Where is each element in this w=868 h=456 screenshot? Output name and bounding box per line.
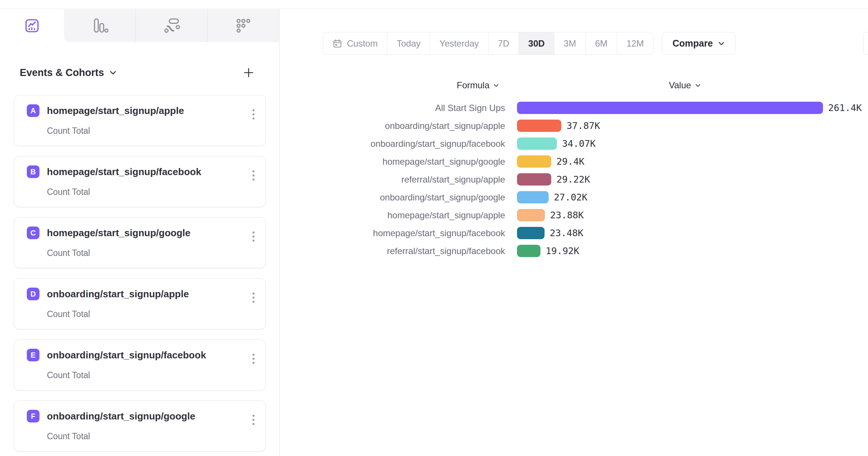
chart-row: referral/start_signup/apple29.22K [280, 173, 862, 186]
controls-row: CustomTodayYesterday7D30D3M6M12M Compare [323, 32, 735, 55]
partial-right-button[interactable] [863, 32, 868, 55]
event-card-list: Ahomepage/start_signup/appleCount TotalB… [14, 95, 266, 452]
chart-bar-value: 23.88K [550, 210, 584, 221]
event-letter-badge: C [27, 227, 39, 239]
chart-bar[interactable] [517, 120, 561, 132]
date-range-label: 7D [498, 38, 510, 49]
chart-row: homepage/start_signup/apple23.88K [280, 209, 862, 221]
tab-insights[interactable] [0, 9, 64, 42]
date-range-selector: CustomTodayYesterday7D30D3M6M12M [323, 32, 654, 55]
chart-row: homepage/start_signup/facebook23.48K [280, 227, 862, 239]
event-metric[interactable]: Count Total [47, 370, 265, 380]
event-metric[interactable]: Count Total [47, 431, 265, 441]
kebab-menu-icon [252, 170, 255, 183]
kebab-menu-icon [252, 231, 255, 244]
event-letter-badge: B [27, 165, 39, 178]
date-range-7d[interactable]: 7D [488, 32, 519, 54]
event-name: homepage/start_signup/facebook [47, 166, 201, 178]
event-metric[interactable]: Count Total [47, 126, 265, 136]
event-card-header: Donboarding/start_signup/apple [27, 288, 265, 300]
events-cohorts-title: Events & Cohorts [20, 67, 104, 79]
chart-bar[interactable] [517, 173, 551, 186]
event-card-header: Eonboarding/start_signup/facebook [27, 349, 265, 361]
date-range-12m[interactable]: 12M [617, 32, 653, 54]
chart-bar[interactable] [517, 227, 545, 239]
date-range-30d[interactable]: 30D [518, 32, 554, 54]
value-column-dropdown[interactable]: Value [669, 80, 701, 91]
chart-bar-value: 27.02K [554, 192, 587, 203]
chart-bar-value: 261.4K [828, 102, 862, 113]
event-options-button[interactable] [250, 168, 257, 185]
event-options-button[interactable] [250, 412, 257, 429]
chart-row: referral/start_signup/facebook19.92K [280, 245, 862, 257]
compare-label: Compare [673, 38, 713, 49]
event-name: homepage/start_signup/apple [47, 105, 184, 117]
event-card-header: Ahomepage/start_signup/apple [27, 104, 265, 117]
chart-row-label: referral/start_signup/facebook [280, 245, 505, 257]
chart-row: All Start Sign Ups261.4K [280, 102, 862, 114]
tab-retention[interactable] [207, 9, 279, 42]
event-options-button[interactable] [250, 290, 257, 307]
chart-row: onboarding/start_signup/facebook34.07K [280, 137, 862, 150]
chevron-down-icon [109, 70, 117, 75]
event-letter-badge: E [27, 349, 39, 361]
event-name: onboarding/start_signup/google [47, 411, 195, 422]
event-metric[interactable]: Count Total [47, 187, 265, 197]
chart-rows: All Start Sign Ups261.4Konboarding/start… [280, 102, 862, 263]
event-metric[interactable]: Count Total [47, 248, 265, 258]
formula-column-dropdown[interactable]: Formula [280, 80, 505, 91]
event-card-header: Fonboarding/start_signup/google [27, 410, 265, 422]
date-range-label: 30D [528, 38, 545, 49]
chevron-down-icon [695, 83, 701, 88]
date-range-3m[interactable]: 3M [554, 32, 585, 54]
date-range-label: Today [397, 38, 421, 49]
kebab-menu-icon [252, 292, 255, 305]
event-letter-badge: F [27, 410, 39, 422]
date-range-custom[interactable]: Custom [323, 32, 387, 54]
formula-column-label: Formula [457, 80, 489, 91]
chart-bar[interactable] [517, 102, 823, 114]
event-options-button[interactable] [250, 351, 257, 368]
main-panel: CustomTodayYesterday7D30D3M6M12M Compare… [280, 9, 868, 456]
chart-bar-wrap: 27.02K [517, 191, 587, 203]
retention-icon [235, 17, 252, 34]
chart-bar[interactable] [517, 209, 545, 221]
date-range-label: Custom [347, 38, 378, 49]
date-range-label: 6M [595, 38, 607, 49]
value-column-label: Value [669, 80, 691, 91]
chart-bar[interactable] [517, 245, 540, 257]
top-strip [0, 0, 868, 9]
chart-bar[interactable] [517, 155, 551, 168]
date-range-6m[interactable]: 6M [585, 32, 617, 54]
chart-row-label: onboarding/start_signup/google [280, 191, 505, 203]
tab-flows[interactable] [135, 9, 207, 42]
flows-icon [163, 17, 180, 34]
event-options-button[interactable] [250, 229, 257, 246]
chevron-down-icon [718, 41, 725, 46]
add-event-button[interactable] [242, 66, 255, 79]
event-letter-badge: D [27, 288, 39, 300]
chart-bar[interactable] [517, 137, 557, 150]
event-metric[interactable]: Count Total [47, 309, 265, 319]
event-card: Donboarding/start_signup/appleCount Tota… [14, 278, 266, 329]
compare-button[interactable]: Compare [662, 32, 735, 55]
chart-row: onboarding/start_signup/google27.02K [280, 191, 862, 203]
date-range-today[interactable]: Today [387, 32, 430, 54]
event-card: Chomepage/start_signup/googleCount Total [14, 217, 266, 268]
event-options-button[interactable] [250, 107, 257, 124]
date-range-label: 3M [564, 38, 576, 49]
event-letter-badge: A [27, 104, 39, 117]
event-card-header: Chomepage/start_signup/google [27, 227, 265, 239]
chart-bar[interactable] [517, 191, 549, 203]
events-cohorts-dropdown[interactable]: Events & Cohorts [20, 67, 117, 79]
report-type-tabbar [0, 9, 279, 42]
date-range-yesterday[interactable]: Yesterday [430, 32, 488, 54]
chart-row-label: onboarding/start_signup/facebook [280, 137, 505, 150]
tab-group [64, 9, 279, 42]
event-card: Eonboarding/start_signup/facebookCount T… [14, 339, 266, 390]
chart-bar-wrap: 34.07K [517, 137, 596, 150]
chart-bar-value: 19.92K [546, 246, 579, 256]
tab-funnels[interactable] [64, 9, 135, 42]
calendar-icon [332, 39, 342, 48]
event-card-header: Bhomepage/start_signup/facebook [27, 165, 265, 178]
